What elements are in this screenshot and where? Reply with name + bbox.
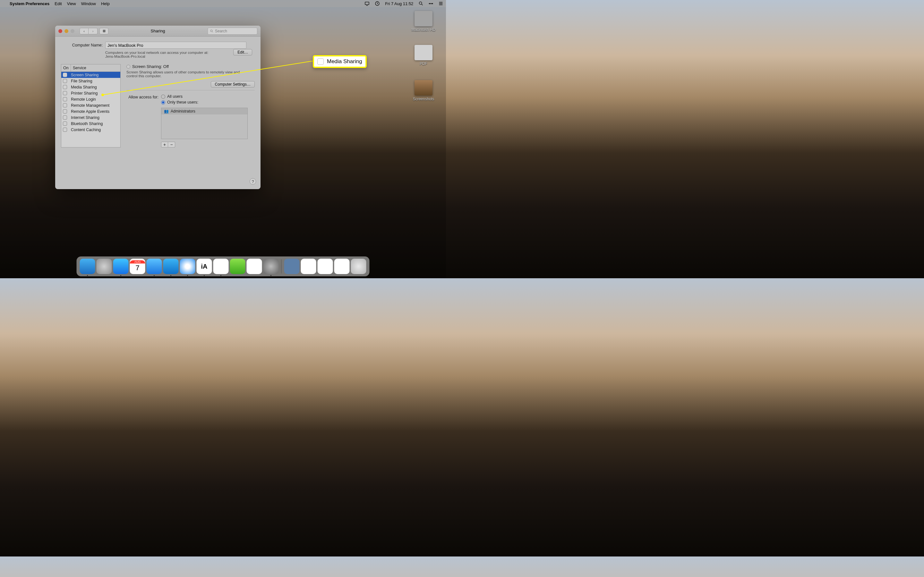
dock-safari[interactable] [180,259,195,274]
radio-only-these[interactable]: Only these users: [161,100,248,105]
desktop-label: PDF [420,61,427,66]
radio-all-users[interactable]: All users [161,94,248,99]
desktop-icon-screenshots[interactable]: Screenshots [411,80,436,101]
svg-point-2 [419,2,422,5]
user-row-administrators[interactable]: 👥Administrators [162,108,247,114]
siri-icon[interactable]: ••• [429,1,433,6]
service-row-bluetooth-sharing[interactable]: Bluetooth Sharing [61,121,120,127]
dock: AUG 7 iA [77,256,370,276]
folder-icon [415,80,433,95]
dock-app2[interactable] [301,259,317,274]
dock-app3[interactable] [318,259,333,274]
back-button[interactable]: ‹ [79,28,89,34]
status-dot [126,65,130,69]
service-row-remote-apple-events[interactable]: Remote Apple Events [61,108,120,114]
menu-help[interactable]: Help [101,1,110,6]
allow-access-label: Allow access for: [126,94,158,99]
desktop-label: Macintosh HD [411,27,435,32]
annotation-callout: Media Sharing [313,55,367,68]
column-service: Service [71,64,88,71]
checkbox[interactable] [63,97,67,101]
service-row-media-sharing[interactable]: Media Sharing [61,84,120,90]
divider [126,90,255,90]
checkbox[interactable] [63,121,67,126]
search-icon [210,29,214,33]
dock-tweetbot[interactable] [163,259,179,274]
dock-textedit[interactable] [247,259,262,274]
computer-settings-button[interactable]: Computer Settings… [211,81,255,87]
dock-calendar[interactable]: AUG 7 [130,259,145,274]
dock-launchpad[interactable] [97,259,112,274]
service-row-remote-management[interactable]: Remote Management [61,102,120,108]
dock-iawriter[interactable]: iA [197,259,212,274]
app-menu[interactable]: System Preferences [10,1,49,6]
dock-system-preferences[interactable] [263,259,279,274]
menu-view[interactable]: View [67,1,76,6]
dock-app1[interactable] [284,259,300,274]
checkbox[interactable] [63,79,67,83]
svg-rect-0 [365,2,369,5]
service-description: Screen Sharing allows users of other com… [126,70,248,78]
dock-slack[interactable] [213,259,229,274]
checkbox[interactable] [63,103,67,107]
svg-point-3 [210,30,212,32]
users-icon: 👥 [164,109,169,113]
radio-icon [161,95,165,99]
column-on: On [61,64,71,71]
computer-name-field[interactable] [105,42,246,49]
service-list: On Service Screen Sharing File Sharing M… [61,64,121,147]
close-button[interactable] [58,29,62,33]
dock-finder[interactable] [80,259,95,274]
menubar-datetime[interactable]: Fri 7 Aug 11:52 [385,1,413,6]
dock-separator [281,259,282,274]
service-row-screen-sharing[interactable]: Screen Sharing [61,72,120,78]
service-row-internet-sharing[interactable]: Internet Sharing [61,114,120,121]
checkbox[interactable] [63,91,67,95]
preferences-window: ‹ › ⊞ Sharing Search Computer Name: Comp… [55,26,260,189]
menu-edit[interactable]: Edit [55,1,61,6]
service-row-content-caching[interactable]: Content Caching [61,127,120,133]
add-user-button[interactable]: + [161,142,168,147]
minimize-button[interactable] [65,29,68,33]
dock-keynote[interactable] [230,259,246,274]
dock-trash[interactable] [351,259,367,274]
dock-app4[interactable] [334,259,350,274]
checkbox[interactable] [63,73,67,77]
harddrive-icon [415,11,433,26]
checkbox[interactable] [63,115,67,119]
pdf-icon [415,45,433,60]
search-placeholder: Search [215,29,227,33]
search-input[interactable]: Search [208,27,257,35]
menu-window[interactable]: Window [81,1,96,6]
display-icon[interactable] [365,1,370,6]
radio-icon [161,100,165,105]
edit-button[interactable]: Edit… [233,49,252,55]
timemachine-icon[interactable] [375,1,380,6]
service-detail: Screen Sharing: Off Screen Sharing allow… [126,64,255,147]
zoom-button[interactable] [71,29,74,33]
checkbox[interactable] [63,127,67,132]
service-row-remote-login[interactable]: Remote Login [61,96,120,102]
remove-user-button[interactable]: − [168,142,175,147]
dock-mail[interactable] [147,259,162,274]
dock-appstore[interactable] [113,259,129,274]
desktop-icon-macintosh-hd[interactable]: Macintosh HD [411,11,436,32]
notification-center-icon[interactable] [438,1,443,6]
service-row-printer-sharing[interactable]: Printer Sharing [61,90,120,96]
desktop-icon-pdf[interactable]: PDF [411,45,436,66]
callout-mingout-label: Media Sharing [327,58,362,65]
access-text: Computers on your local network can acce… [105,51,221,55]
checkbox[interactable] [63,85,67,89]
forward-button[interactable]: › [89,28,97,34]
show-all-button[interactable]: ⊞ [99,28,108,34]
help-button[interactable]: ? [250,178,256,185]
checkbox[interactable] [63,109,67,113]
spotlight-icon[interactable] [418,1,423,6]
hostname-text: Jens-MacBook-Pro.local [105,55,221,58]
checkbox-icon [317,58,324,65]
menubar: System Preferences Edit View Window Help… [0,0,446,7]
desktop-label: Screenshots [413,97,435,101]
user-list[interactable]: 👥Administrators [161,108,248,139]
service-row-file-sharing[interactable]: File Sharing [61,78,120,84]
computer-name-label: Computer Name: [61,43,103,47]
